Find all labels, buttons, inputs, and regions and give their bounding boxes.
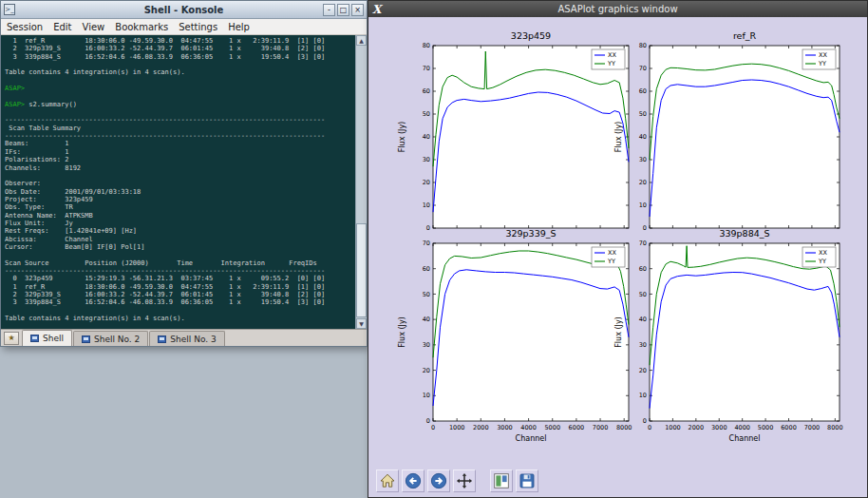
subplot-323p459[interactable]: 323p45901020304050607080Flux (Jy)XXYY — [398, 30, 629, 232]
x-tick-label: 8000 — [827, 424, 843, 431]
terminal-line — [5, 92, 351, 100]
terminal-line: ----------------------------------------… — [5, 267, 351, 275]
asaplot-window-title: ASAPlot graphics window — [368, 4, 867, 14]
y-tick-label: 50 — [423, 291, 430, 298]
menu-view[interactable]: View — [83, 22, 105, 32]
plot-toolbar — [376, 469, 538, 492]
scrollbar-up-arrow[interactable]: ▲ — [356, 35, 367, 46]
y-tick-label: 50 — [423, 110, 430, 118]
terminal-line: Table contains 4 integration(s) in 4 sca… — [5, 315, 351, 322]
close-button[interactable]: × — [351, 4, 364, 16]
y-axis-label: Flux (Jy) — [614, 316, 623, 348]
terminal-line: Polarisations: 2 — [5, 156, 351, 163]
konsole-titlebar[interactable]: >_ Shell - Konsole - □ × — [1, 1, 367, 19]
y-tick-label: 30 — [423, 341, 430, 349]
y-tick-label: 20 — [639, 367, 647, 374]
tab-shell-2[interactable]: Shell No. 2 — [73, 331, 148, 346]
terminal-line: 0 323p459 15:29:19.3 -56.31.21.3 03:37:4… — [5, 275, 351, 282]
minimize-button[interactable]: - — [323, 4, 335, 16]
terminal-icon — [158, 335, 166, 343]
y-tick-label: 10 — [639, 392, 647, 399]
scrollbar-down-arrow[interactable]: ▼ — [356, 318, 367, 329]
terminal-line: Table contains 4 integration(s) in 4 sca… — [5, 68, 351, 76]
menu-edit[interactable]: Edit — [53, 22, 71, 32]
configure-subplots-button[interactable] — [490, 469, 513, 492]
plot-canvas[interactable]: 323p45901020304050607080Flux (Jy)XXYYref… — [368, 17, 868, 498]
terminal[interactable]: 1 ref_R 18:30:06.0 -49.59.30.0 04:47:55 … — [1, 35, 367, 329]
x-tick-label: 1000 — [449, 424, 465, 431]
terminal-line: Flux Unit: Jy — [5, 220, 351, 227]
desktop: { "konsole": { "title": "Shell - Konsole… — [0, 0, 868, 498]
terminal-line: 1 ref_R 18:30:06.0 -49.59.30.0 04:47:55 … — [5, 283, 351, 291]
y-axis-label: Flux (Jy) — [614, 122, 623, 153]
tab-label: Shell — [43, 334, 64, 343]
configure-subplots-icon — [493, 472, 510, 489]
home-button[interactable] — [376, 469, 399, 492]
menu-bookmarks[interactable]: Bookmarks — [115, 22, 168, 32]
y-tick-label: 0 — [643, 224, 647, 232]
y-tick-label: 70 — [639, 65, 647, 72]
y-tick-label: 0 — [643, 417, 647, 425]
y-tick-label: 10 — [423, 392, 430, 399]
scrollbar-thumb[interactable] — [356, 223, 367, 317]
y-tick-label: 60 — [639, 87, 647, 95]
subplot-329p339_S[interactable]: 329p339_S0102030405060700100020003000400… — [398, 228, 632, 443]
terminal-output: 1 ref_R 18:30:06.0 -49.59.30.0 04:47:55 … — [5, 37, 351, 329]
terminal-line: IFs: 1 — [5, 148, 351, 156]
terminal-line — [5, 307, 351, 315]
terminal-line: Rest Freqs: [1.42041e+09] [Hz] — [5, 227, 351, 235]
y-tick-label: 10 — [639, 201, 647, 209]
subplot-title: 323p459 — [511, 30, 551, 41]
legend-label: XX — [608, 249, 616, 257]
menu-help[interactable]: Help — [228, 22, 250, 32]
y-tick-label: 30 — [639, 341, 647, 349]
terminal-line: 3 339p884_S 16:52:04.6 -46.08.33.9 06:36… — [5, 53, 351, 61]
legend-label: XX — [819, 249, 827, 257]
new-session-button[interactable]: ★ — [4, 332, 19, 345]
pan-button[interactable] — [453, 469, 476, 492]
save-button[interactable] — [516, 469, 538, 492]
menu-session[interactable]: Session — [7, 22, 43, 32]
terminal-line: Project: 323p459 — [5, 196, 351, 203]
forward-button[interactable] — [427, 469, 450, 492]
menu-settings[interactable]: Settings — [179, 22, 217, 32]
x-tick-label: 1000 — [665, 424, 681, 431]
y-tick-label: 70 — [639, 239, 647, 247]
legend-label: YY — [607, 60, 615, 67]
subplot-title: ref_R — [733, 30, 757, 41]
terminal-line: Channels: 8192 — [5, 164, 351, 172]
tab-shell-3[interactable]: Shell No. 3 — [149, 331, 224, 346]
save-floppy-icon — [519, 472, 536, 489]
terminal-line: Beams: 1 — [5, 140, 351, 147]
asaplot-window: X ASAPlot graphics window 323p4590102030… — [368, 0, 868, 498]
subplot-339p884_S[interactable]: 339p884_S0102030405060700100020003000400… — [614, 228, 843, 443]
terminal-line: 2 329p339_S 16:00:33.2 -52.44.39.7 06:01… — [5, 291, 351, 298]
asaplot-titlebar[interactable]: X ASAPlot graphics window — [368, 1, 867, 17]
terminal-line — [5, 108, 351, 116]
y-tick-label: 60 — [423, 87, 430, 95]
y-tick-label: 30 — [639, 156, 647, 163]
terminal-line: ASAP> s2.summary() — [5, 101, 351, 108]
x-tick-label: 4000 — [734, 424, 750, 431]
home-icon — [379, 472, 396, 489]
terminal-line: Abcissa: Channel — [5, 236, 351, 243]
maximize-button[interactable]: □ — [337, 4, 349, 16]
terminal-line — [5, 322, 351, 329]
terminal-line: Observer: — [5, 180, 351, 187]
x-tick-label: 3000 — [711, 424, 727, 431]
x-tick-label: 6000 — [781, 424, 797, 431]
terminal-line: Cursor: Beam[0] IF[0] Pol[1] — [5, 243, 351, 251]
x-tick-label: 7000 — [593, 424, 609, 431]
subplot-ref_R[interactable]: ref_R01020304050607080Flux (Jy)XXYY — [614, 30, 840, 232]
y-tick-label: 20 — [639, 179, 647, 186]
y-tick-label: 50 — [639, 110, 647, 118]
konsole-menubar: Session Edit View Bookmarks Settings Hel… — [1, 19, 367, 35]
legend-label: XX — [819, 51, 827, 59]
konsole-window-title: Shell - Konsole — [1, 5, 367, 15]
terminal-line: ASAP> — [5, 85, 351, 92]
back-button[interactable] — [402, 469, 425, 492]
terminal-scrollbar[interactable]: ▲ ▼ — [355, 35, 367, 329]
tab-shell[interactable]: Shell — [22, 330, 72, 346]
y-tick-label: 20 — [423, 179, 430, 186]
terminal-line: 1 ref_R 18:30:06.0 -49.59.30.0 04:47:55 … — [5, 37, 351, 45]
